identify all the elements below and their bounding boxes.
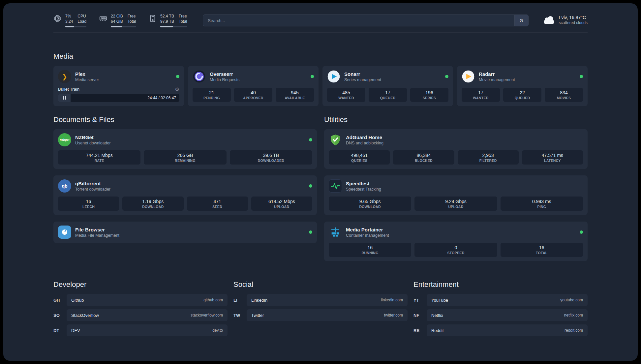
section-media: Media ❯ Plex Media server Bullet Train ⚙ [53,52,588,106]
service-name: Sonarr [344,71,381,77]
section-title-developer: Developer [53,280,228,289]
nzbget-card[interactable]: nzbget NZBGet Usenet downloader 744.21 M… [53,129,317,169]
memory-usage-bar [111,26,136,27]
bookmark-link-netflix[interactable]: Netflix netflix.com [427,309,588,321]
qbittorrent-card[interactable]: qb qBittorrent Torrent downloader 16 LEE… [53,175,317,215]
bookmark-abbr: RE [413,328,427,333]
disk-usage-bar [160,26,187,27]
cpu-percent: 7% [65,14,73,19]
service-subtitle: Media File Management [75,233,119,238]
cpu-usage-bar-fill [65,26,74,27]
memory-icon [99,14,107,24]
bookmark-row: GH Github github.com [53,294,228,306]
overseerr-icon [193,70,206,83]
qbittorrent-icon: qb [58,179,71,193]
bookmark-link-reddit[interactable]: Reddit reddit.com [427,324,588,336]
section-documents: Documents & Files nzbget NZBGet Usenet d… [53,115,317,261]
disk-free-value: 52.4 TB [160,14,174,19]
stat-tile: 17 WANTED [462,88,500,102]
filebrowser-card[interactable]: File Browser Media File Management [53,222,317,243]
bookmark-row: SO StackOverflow stackoverflow.com [53,309,228,321]
memory-total-value: 64 GiB [111,19,123,24]
bookmark-abbr: NF [413,313,427,318]
disk-icon [148,14,157,24]
section-utilities: Utilities AdGuard Home [324,115,588,261]
service-subtitle: DNS and adblocking [346,141,383,145]
disk-widget: 52.4 TB 97.9 TB Free Total [148,14,187,27]
cpu-usage-bar [65,26,86,27]
status-dot [580,230,583,234]
service-name: Radarr [479,71,515,77]
search-input[interactable] [203,18,514,23]
service-name: Media Portainer [346,227,389,232]
player-progress-bar[interactable]: 24:44 / 02:06:47 [58,94,179,102]
overseerr-card[interactable]: Overseerr Media Requests 21 PENDING 40 A… [188,66,319,106]
speedtest-card[interactable]: Speedtest Speedtest Tracking 9.65 Gbps D… [324,175,588,215]
stat-tile: 618.52 Mbps UPLOAD [251,197,312,211]
bookmark-link-twitter[interactable]: Twitter twitter.com [247,309,408,321]
search-provider-button[interactable]: G [514,15,528,26]
bookmark-abbr: TW [233,313,247,318]
bookmark-link-dev[interactable]: DEV dev.to [67,324,228,336]
service-subtitle: Torrent downloader [75,187,110,192]
disk-total-value: 97.9 TB [160,19,174,24]
status-dot [176,75,179,78]
adguard-icon [329,133,342,146]
service-name: AdGuard Home [346,135,383,140]
service-name: NZBGet [75,135,111,140]
topbar-divider [53,33,588,33]
speedtest-icon [329,179,342,193]
portainer-icon [329,226,342,239]
bookmark-row: LI LinkedIn linkedin.com [233,294,408,306]
bookmark-group-developer: Developer GH Github github.com SO StackO… [53,280,228,340]
dashboard-panel: 7% 3.24 CPU Load [3,3,638,361]
weather-condition: scattered clouds [559,20,588,25]
bookmark-row: YT YouTube youtube.com [413,294,588,306]
stat-tile: 17 QUEUED [369,88,407,102]
weather-widget: Lviv, 16.87°C scattered clouds [544,15,588,25]
status-dot [580,75,583,78]
bookmark-link-youtube[interactable]: YouTube youtube.com [427,294,588,306]
bookmark-link-github[interactable]: Github github.com [67,294,228,306]
stat-tile: 40 APPROVED [234,88,272,102]
stat-tile: 498,461 QUERIES [329,150,390,165]
stat-tile: 834 MOVIES [545,88,583,102]
service-subtitle: Usenet downloader [75,141,111,145]
adguard-card[interactable]: AdGuard Home DNS and adblocking 498,461 … [324,129,588,169]
memory-free-value: 22 GiB [111,14,123,19]
bookmark-abbr: LI [233,298,247,303]
section-title-utilities: Utilities [324,115,588,124]
status-dot [309,230,312,234]
plex-card[interactable]: ❯ Plex Media server Bullet Train ⚙ 24:44… [53,66,184,106]
bookmark-link-linkedin[interactable]: LinkedIn linkedin.com [247,294,408,306]
pause-button[interactable] [58,94,71,102]
service-subtitle: Movie management [479,77,515,82]
section-title-documents: Documents & Files [53,115,317,124]
cpu-load-value: 3.24 [65,19,73,24]
stat-tile: 16 LEECH [58,197,119,211]
section-title-entertainment: Entertainment [413,280,588,289]
top-bar: 7% 3.24 CPU Load [53,3,588,27]
stat-tile: 39.6 TB DOWNLOADED [230,150,312,165]
bookmark-row: TW Twitter twitter.com [233,309,408,321]
bookmark-group-social: Social LI LinkedIn linkedin.com TW Twitt… [233,280,408,340]
bookmark-row: RE Reddit reddit.com [413,324,588,336]
sonarr-card[interactable]: Sonarr Series management 485 WANTED 17 Q… [322,66,453,106]
gear-icon[interactable]: ⚙ [175,87,179,92]
radarr-card[interactable]: Radarr Movie management 17 WANTED 22 QUE… [457,66,588,106]
bookmark-abbr: YT [413,298,427,303]
memory-free-label: Free [128,14,136,19]
stat-tile: 9.24 Gbps UPLOAD [414,197,497,211]
bookmark-abbr: GH [53,298,67,303]
stat-tile: 266 GB REMAINING [144,150,226,165]
stat-tile: 0 STOPPED [414,243,497,257]
service-name: Plex [75,71,99,77]
status-dot [309,138,312,141]
player-time: 24:44 / 02:06:47 [147,96,179,100]
cpu-icon [53,14,62,24]
bookmark-link-stackoverflow[interactable]: StackOverflow stackoverflow.com [67,309,228,321]
portainer-card[interactable]: Media Portainer Container management 16 … [324,222,588,261]
cpu-load-label: Load [77,19,86,24]
now-playing-title: Bullet Train [58,87,79,92]
status-dot [311,75,314,78]
